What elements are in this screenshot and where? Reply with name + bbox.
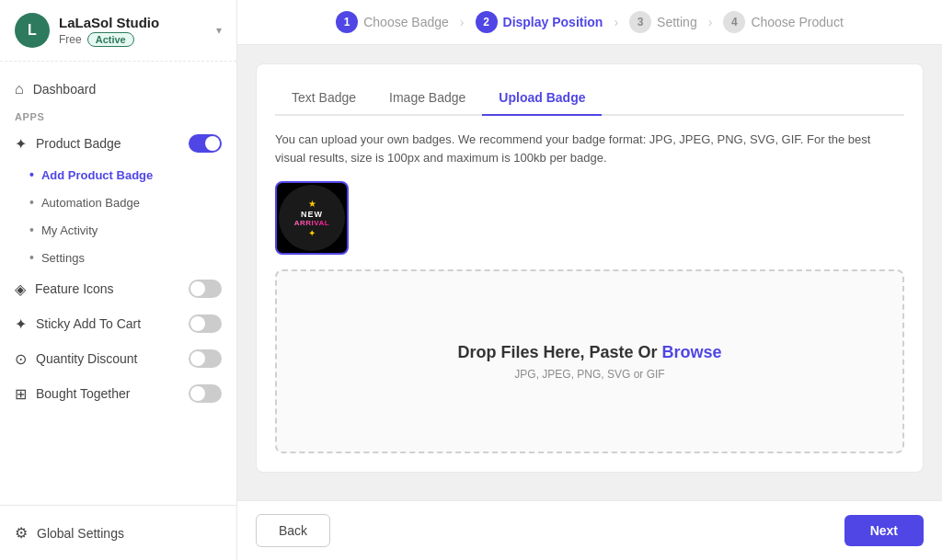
upload-description: You can upload your own badges. We recom…	[275, 131, 904, 166]
sidebar-item-add-product-badge[interactable]: Add Product Badge	[0, 161, 236, 189]
feature-icons-left: ◈ Feature Icons	[15, 280, 114, 298]
bought-together-label: Bought Together	[36, 386, 131, 401]
browse-link[interactable]: Browse	[662, 343, 722, 361]
badge-star-bottom: ✦	[308, 228, 316, 238]
sidebar-header: L LaLaSol Studio Free Active ▾	[0, 0, 236, 62]
sidebar-item-settings[interactable]: Settings	[0, 244, 236, 271]
product-badge-left: ✦ Product Badge	[15, 135, 121, 153]
step-4-num: 4	[723, 11, 745, 33]
tab-upload-badge[interactable]: Upload Badge	[482, 83, 602, 116]
sidebar-footer: ⚙ Global Settings	[0, 505, 236, 560]
wizard-step-1[interactable]: 1 Choose Badge	[336, 11, 449, 33]
apps-section-label: APPS	[0, 106, 236, 126]
automation-badge-label: Automation Badge	[41, 196, 140, 210]
wizard-step-4[interactable]: 4 Choose Product	[723, 11, 843, 33]
wizard-step-3[interactable]: 3 Setting	[629, 11, 697, 33]
badge-preview-new-arrival[interactable]: ★ NEW ARRIVAL ✦	[275, 181, 349, 255]
wizard-step-2[interactable]: 2 Display Position	[476, 11, 603, 33]
cart-icon: ✦	[15, 315, 27, 333]
step-2-num: 2	[476, 11, 498, 33]
badge-arrival-text: ARRIVAL	[294, 219, 329, 227]
feature-icons-toggle[interactable]	[189, 280, 222, 298]
step-arrow-1: ›	[460, 15, 465, 29]
badge-icon: ✦	[15, 135, 27, 153]
bought-together-toggle[interactable]	[189, 384, 222, 403]
sidebar-item-my-activity[interactable]: My Activity	[0, 216, 236, 244]
quantity-discount-label: Quantity Discount	[36, 351, 138, 366]
global-settings-label: Global Settings	[37, 526, 124, 541]
brand-plan: Free	[59, 33, 82, 46]
brand-name: LaLaSol Studio	[59, 15, 207, 30]
tab-image-badge[interactable]: Image Badge	[373, 83, 482, 116]
my-activity-label: My Activity	[41, 223, 98, 237]
discount-icon: ⊙	[15, 350, 27, 368]
sticky-add-to-cart-toggle[interactable]	[189, 314, 222, 333]
step-arrow-3: ›	[708, 15, 713, 29]
step-arrow-2: ›	[614, 15, 618, 29]
chevron-down-icon[interactable]: ▾	[216, 24, 222, 37]
home-icon: ⌂	[15, 81, 24, 97]
step-4-label: Choose Product	[751, 15, 843, 29]
add-product-badge-label: Add Product Badge	[41, 168, 153, 182]
sidebar-item-bought-together[interactable]: ⊞ Bought Together	[0, 376, 236, 411]
drop-zone[interactable]: Drop Files Here, Paste Or Browse JPG, JP…	[275, 269, 904, 453]
sidebar-item-dashboard[interactable]: ⌂ Dashboard	[0, 73, 236, 106]
back-button[interactable]: Back	[256, 514, 330, 547]
sidebar-item-feature-icons[interactable]: ◈ Feature Icons	[0, 271, 236, 306]
sticky-add-to-cart-left: ✦ Sticky Add To Cart	[15, 315, 141, 333]
drop-text-label: Drop Files Here, Paste Or	[457, 343, 657, 361]
bought-together-icon: ⊞	[15, 385, 27, 403]
step-1-num: 1	[336, 11, 358, 33]
quantity-discount-left: ⊙ Quantity Discount	[15, 350, 138, 368]
upload-card: Text Badge Image Badge Upload Badge You …	[256, 63, 924, 473]
tab-text-badge[interactable]: Text Badge	[275, 83, 373, 116]
footer-bar: Back Next	[237, 500, 942, 560]
main-content: 1 Choose Badge › 2 Display Position › 3 …	[237, 0, 942, 560]
next-button[interactable]: Next	[844, 515, 924, 546]
bought-together-left: ⊞ Bought Together	[15, 385, 131, 403]
sidebar-item-quantity-discount[interactable]: ⊙ Quantity Discount	[0, 341, 236, 376]
wizard-bar: 1 Choose Badge › 2 Display Position › 3 …	[237, 0, 942, 45]
step-1-label: Choose Badge	[363, 15, 449, 29]
sidebar: L LaLaSol Studio Free Active ▾ ⌂ Dashboa…	[0, 0, 237, 560]
product-badge-label: Product Badge	[36, 136, 121, 151]
feature-icons-label: Feature Icons	[35, 281, 114, 296]
quantity-discount-toggle[interactable]	[189, 349, 222, 368]
sidebar-item-product-badge[interactable]: ✦ Product Badge	[0, 126, 236, 161]
step-2-label: Display Position	[503, 15, 603, 29]
global-settings-icon: ⚙	[15, 524, 28, 542]
tab-bar: Text Badge Image Badge Upload Badge	[275, 83, 904, 116]
step-3-num: 3	[629, 11, 651, 33]
badge-new-text: NEW	[301, 210, 323, 219]
sidebar-nav: ⌂ Dashboard APPS ✦ Product Badge Add Pro…	[0, 62, 236, 505]
badge-previews: ★ NEW ARRIVAL ✦	[275, 181, 904, 255]
step-3-label: Setting	[657, 15, 697, 29]
sidebar-item-automation-badge[interactable]: Automation Badge	[0, 189, 236, 216]
sidebar-item-global-settings[interactable]: ⚙ Global Settings	[15, 517, 222, 549]
avatar: L	[15, 13, 50, 48]
drop-zone-text: Drop Files Here, Paste Or Browse	[457, 343, 721, 362]
new-arrival-badge-graphic: ★ NEW ARRIVAL ✦	[279, 185, 345, 251]
dashboard-label: Dashboard	[33, 82, 97, 97]
feature-icons-icon: ◈	[15, 280, 26, 298]
product-badge-toggle[interactable]	[189, 134, 222, 153]
brand-meta: Free Active	[59, 32, 207, 47]
sidebar-brand: LaLaSol Studio Free Active	[59, 15, 207, 47]
sidebar-item-sticky-add-to-cart[interactable]: ✦ Sticky Add To Cart	[0, 306, 236, 341]
drop-zone-formats: JPG, JPEG, PNG, SVG or GIF	[514, 368, 664, 381]
content-area: Text Badge Image Badge Upload Badge You …	[237, 45, 942, 500]
badge-star-top: ★	[308, 199, 316, 209]
settings-label: Settings	[41, 251, 85, 265]
sticky-add-to-cart-label: Sticky Add To Cart	[36, 316, 141, 331]
active-badge: Active	[87, 32, 134, 47]
